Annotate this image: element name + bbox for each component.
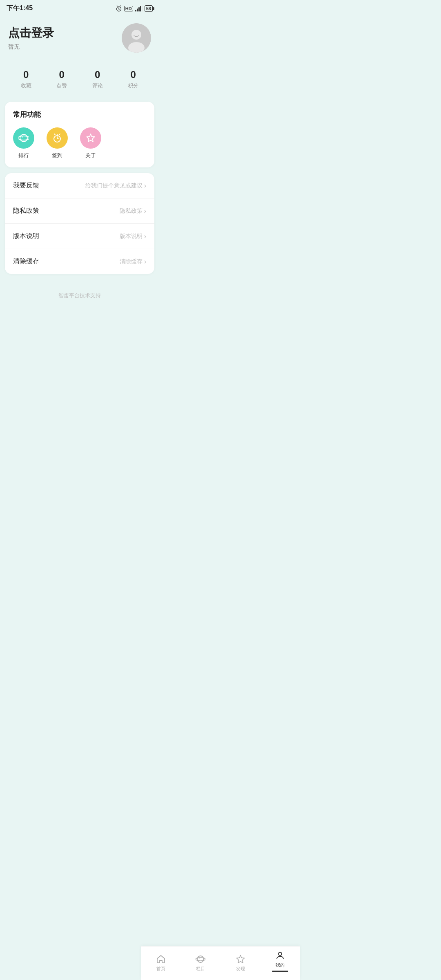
stat-number-comments: 0 [95,69,100,80]
profile-section[interactable]: 点击登录 暂无 [0,15,159,65]
menu-item-feedback-label: 我要反馈 [13,181,39,190]
menu-item-version[interactable]: 版本说明 版本说明 › [5,224,154,249]
function-item-about[interactable]: 关于 [80,127,101,159]
stat-number-points: 0 [131,69,136,80]
menu-item-feedback-desc: 给我们提个意见或建议 [85,182,143,189]
svg-rect-7 [138,7,140,11]
menu-item-version-right: 版本说明 › [120,233,146,240]
stat-number-favorites: 0 [23,69,29,80]
alarm-status-icon [116,5,122,12]
menu-item-feedback[interactable]: 我要反馈 给我们提个意见或建议 › [5,173,154,198]
svg-rect-5 [135,10,136,11]
stat-label-likes: 点赞 [56,82,67,89]
avatar-svg [122,23,151,53]
function-label-about: 关于 [85,152,96,159]
menu-item-privacy[interactable]: 隐私政策 隐私政策 › [5,198,154,224]
status-icons: HD 58 [116,5,153,12]
function-icon-ranking [13,127,34,149]
stats-row: 0 收藏 0 点赞 0 评论 0 积分 [0,65,159,102]
function-icon-checkin [47,127,68,149]
footer-text: 智蛋平台技术支持 [0,280,159,307]
menu-item-cache-right: 清除缓存 › [120,258,146,265]
svg-point-15 [22,136,23,138]
signal-icon [135,6,143,11]
profile-subtitle: 暂无 [8,43,54,51]
common-functions-card: 常用功能 排行 [5,102,154,167]
svg-rect-6 [137,9,138,11]
chevron-icon-feedback: › [144,182,146,189]
stat-number-likes: 0 [59,69,65,80]
star-icon [85,133,96,143]
menu-item-privacy-desc: 隐私政策 [120,207,143,215]
function-item-ranking[interactable]: 排行 [13,127,34,159]
function-label-ranking: 排行 [18,152,29,159]
function-label-checkin: 签到 [52,152,62,159]
stat-item-points[interactable]: 0 积分 [128,69,138,89]
chevron-icon-version: › [144,233,146,240]
svg-line-19 [54,134,55,135]
function-icon-about [80,127,101,149]
alarm-icon [52,133,62,143]
status-time: 下午1:45 [7,4,33,13]
svg-rect-9 [142,6,143,11]
menu-item-version-label: 版本说明 [13,232,39,241]
planet-icon [18,133,29,143]
functions-grid: 排行 签到 [13,127,146,159]
menu-item-privacy-label: 隐私政策 [13,207,39,215]
stat-item-likes[interactable]: 0 点赞 [56,69,67,89]
hd-badge: HD [124,6,133,11]
battery-indicator: 58 [145,5,153,12]
menu-item-cache-desc: 清除缓存 [120,258,143,265]
stat-item-comments[interactable]: 0 评论 [92,69,103,89]
svg-point-11 [131,30,141,40]
menu-item-feedback-right: 给我们提个意见或建议 › [85,182,146,189]
profile-info: 点击登录 暂无 [8,25,54,51]
status-bar: 下午1:45 HD 58 [0,0,159,15]
avatar[interactable] [122,23,151,53]
function-item-checkin[interactable]: 签到 [47,127,68,159]
svg-line-3 [117,6,118,7]
menu-item-version-desc: 版本说明 [120,233,143,240]
svg-line-4 [120,6,120,7]
menu-item-cache-label: 清除缓存 [13,257,39,266]
menu-item-cache[interactable]: 清除缓存 清除缓存 › [5,249,154,274]
menu-item-privacy-right: 隐私政策 › [120,207,146,215]
menu-card: 我要反馈 给我们提个意见或建议 › 隐私政策 隐私政策 › 版本说明 版本说明 … [5,173,154,274]
chevron-icon-cache: › [144,258,146,265]
svg-point-13 [20,134,27,142]
stat-label-comments: 评论 [92,82,103,89]
chevron-icon-privacy: › [144,207,146,215]
common-functions-title: 常用功能 [13,110,146,119]
stat-label-points: 积分 [128,82,138,89]
svg-line-20 [59,134,60,135]
stat-item-favorites[interactable]: 0 收藏 [21,69,31,89]
stat-label-favorites: 收藏 [21,82,31,89]
svg-rect-8 [140,6,141,11]
profile-title[interactable]: 点击登录 [8,25,54,41]
